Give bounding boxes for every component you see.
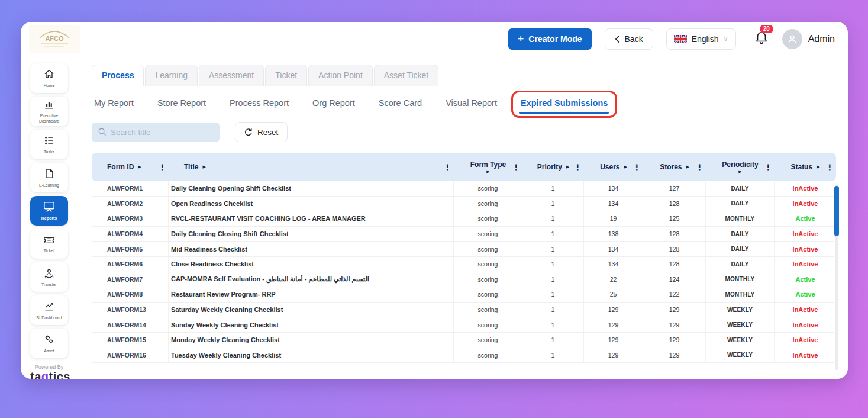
cell-periodicity: DAILY bbox=[706, 242, 775, 256]
subtab-store-report[interactable]: Store Report bbox=[157, 98, 206, 108]
cell-users: 19 bbox=[584, 211, 643, 226]
cell-title: Sunday Weekly Cleaning Checklist bbox=[169, 317, 454, 332]
language-selector[interactable]: English ∨ bbox=[666, 28, 736, 50]
sort-arrow-icon[interactable]: ▶ bbox=[817, 165, 819, 169]
tab-learning[interactable]: Learning bbox=[145, 65, 198, 86]
cell-users: 129 bbox=[584, 348, 643, 363]
sidebar-item-label: E-Learning bbox=[39, 183, 59, 188]
column-menu-icon[interactable]: ⋮ bbox=[574, 163, 582, 172]
sort-arrow-icon[interactable]: ▶ bbox=[202, 165, 205, 169]
sidebar-item-bi-dashboard[interactable]: BI Dashboard bbox=[30, 295, 68, 325]
cell-status: InActive bbox=[775, 181, 836, 196]
tab-process[interactable]: Process bbox=[92, 65, 144, 86]
tab-action-point[interactable]: Action Point bbox=[308, 65, 373, 86]
column-header-form_id[interactable]: Form ID▶⋮ bbox=[92, 153, 169, 181]
sidebar-item-asset[interactable]: Asset bbox=[30, 329, 68, 358]
sort-arrow-icon[interactable]: ▶ bbox=[624, 165, 627, 169]
table-row[interactable]: ALWFORM15Monday Weekly Cleaning Checklis… bbox=[92, 333, 836, 348]
subtab-expired-submissions[interactable]: Expired Submissions bbox=[521, 98, 608, 108]
subtab-process-report[interactable]: Process Report bbox=[230, 98, 289, 108]
table-row[interactable]: ALWFORM4Daily Cleaning Closing Shift Che… bbox=[92, 227, 836, 242]
column-header-status[interactable]: Status▶⋮ bbox=[775, 153, 836, 181]
column-menu-icon[interactable]: ⋮ bbox=[512, 163, 520, 172]
sort-arrow-icon[interactable]: ▶ bbox=[486, 169, 489, 174]
column-menu-icon[interactable]: ⋮ bbox=[159, 163, 166, 172]
tab-assessment[interactable]: Assessment bbox=[199, 65, 264, 86]
tab-ticket[interactable]: Ticket bbox=[265, 65, 307, 86]
vertical-scrollbar[interactable] bbox=[834, 184, 840, 371]
table-row[interactable]: ALWFORM14Sunday Weekly Cleaning Checklis… bbox=[92, 317, 836, 333]
expired-submissions-table: Form ID▶⋮Title▶⋮Form Type▶⋮Priority▶⋮Use… bbox=[92, 153, 836, 363]
subtab-my-report[interactable]: My Report bbox=[94, 98, 134, 108]
table-body: ALWFORM1Daily Cleaning Opening Shift Che… bbox=[92, 181, 836, 363]
column-header-periodicity[interactable]: Periodicity▶⋮ bbox=[706, 153, 775, 181]
cell-title: Daily Cleaning Opening Shift Checklist bbox=[169, 181, 454, 196]
subtab-org-report[interactable]: Org Report bbox=[312, 98, 355, 108]
sort-arrow-icon[interactable]: ▶ bbox=[566, 165, 569, 169]
user-menu[interactable]: Admin bbox=[782, 29, 835, 49]
cell-status: InActive bbox=[775, 333, 836, 348]
cell-title: Open Readiness Checklist bbox=[169, 197, 454, 211]
sidebar-item-transfer[interactable]: Transfer bbox=[30, 262, 68, 292]
sort-arrow-icon[interactable]: ▶ bbox=[738, 169, 741, 174]
column-menu-icon[interactable]: ⋮ bbox=[633, 163, 641, 172]
cell-title: Tuesday Weekly Cleaning Checklist bbox=[169, 348, 454, 363]
sidebar-item-home[interactable]: Home bbox=[30, 63, 68, 93]
company-logo: AFCO bbox=[29, 25, 80, 53]
app-window: AFCO + Creator Mode Back bbox=[21, 22, 848, 379]
sidebar-item-reports[interactable]: Reports bbox=[30, 196, 68, 226]
reset-button[interactable]: Reset bbox=[235, 122, 288, 142]
column-menu-icon[interactable]: ⋮ bbox=[444, 163, 451, 172]
column-header-users[interactable]: Users▶⋮ bbox=[584, 153, 643, 181]
cell-form-type: scoring bbox=[454, 197, 522, 211]
powered-by-text: Powered By bbox=[30, 364, 68, 370]
cell-form-id: ALWFORM13 bbox=[92, 303, 169, 317]
table-row[interactable]: ALWFORM8Restaurant Review Program- RRPsc… bbox=[92, 287, 836, 303]
cell-periodicity: DAILY bbox=[706, 197, 775, 211]
sidebar-item-ticket[interactable]: Ticket bbox=[30, 229, 68, 259]
tab-asset-ticket[interactable]: Asset Ticket bbox=[374, 65, 438, 86]
cell-form-id: ALWFORM8 bbox=[92, 287, 169, 302]
column-menu-icon[interactable]: ⋮ bbox=[696, 163, 704, 172]
sidebar: HomeExecutive DashboardTasksE-LearningRe… bbox=[21, 56, 78, 379]
taqtics-logo: taqtics bbox=[30, 370, 68, 379]
cell-status: Active bbox=[775, 272, 836, 287]
table-row[interactable]: ALWFORM16Tuesday Weekly Cleaning Checkli… bbox=[92, 348, 836, 364]
sidebar-item-executive-dashboard[interactable]: Executive Dashboard bbox=[30, 97, 68, 126]
table-row[interactable]: ALWFORM7CAP-MOMRA Self Evaluation - التق… bbox=[92, 272, 836, 288]
subtab-score-card[interactable]: Score Card bbox=[379, 98, 422, 108]
cell-form-id: ALWFORM5 bbox=[92, 242, 169, 256]
column-menu-icon[interactable]: ⋮ bbox=[826, 163, 834, 172]
sidebar-item-label: Home bbox=[44, 83, 55, 89]
cell-stores: 129 bbox=[643, 333, 706, 348]
uk-flag-icon bbox=[674, 35, 687, 43]
sidebar-item-label: Tasks bbox=[44, 150, 54, 155]
cell-stores: 129 bbox=[643, 303, 706, 317]
sidebar-item-tasks[interactable]: Tasks bbox=[30, 130, 68, 159]
scrollbar-thumb[interactable] bbox=[834, 186, 839, 236]
back-button[interactable]: Back bbox=[605, 28, 653, 50]
table-row[interactable]: ALWFORM2Open Readiness Checklistscoring1… bbox=[92, 197, 836, 212]
cell-title: Restaurant Review Program- RRP bbox=[169, 287, 454, 302]
column-header-stores[interactable]: Stores▶⋮ bbox=[643, 153, 706, 181]
table-row[interactable]: ALWFORM6Close Readiness Checklistscoring… bbox=[92, 257, 836, 272]
column-header-title[interactable]: Title▶⋮ bbox=[169, 153, 454, 181]
sort-arrow-icon[interactable]: ▶ bbox=[138, 165, 141, 169]
cell-periodicity: MONTHLY bbox=[706, 287, 775, 302]
executive-dashboard-icon bbox=[43, 98, 55, 112]
table-row[interactable]: ALWFORM1Daily Cleaning Opening Shift Che… bbox=[92, 181, 836, 197]
table-row[interactable]: ALWFORM5Mid Readiness Checklistscoring11… bbox=[92, 242, 836, 257]
sort-arrow-icon[interactable]: ▶ bbox=[686, 165, 689, 169]
cell-stores: 129 bbox=[643, 348, 706, 363]
subtab-visual-report[interactable]: Visual Report bbox=[446, 98, 497, 108]
sidebar-item-e-learning[interactable]: E-Learning bbox=[30, 163, 68, 192]
table-row[interactable]: ALWFORM13Saturday Weekly Cleaning Checkl… bbox=[92, 303, 836, 318]
notifications-button[interactable]: 20 bbox=[755, 31, 768, 47]
column-header-form_type[interactable]: Form Type▶⋮ bbox=[454, 153, 522, 181]
creator-mode-button[interactable]: + Creator Mode bbox=[508, 28, 592, 50]
search-input[interactable] bbox=[92, 123, 220, 142]
column-header-priority[interactable]: Priority▶⋮ bbox=[522, 153, 584, 181]
column-menu-icon[interactable]: ⋮ bbox=[764, 163, 772, 172]
cell-status: Active bbox=[775, 287, 836, 302]
table-row[interactable]: ALWFORM3RVCL-RESTAURANT VISIT COACHING L… bbox=[92, 211, 836, 227]
